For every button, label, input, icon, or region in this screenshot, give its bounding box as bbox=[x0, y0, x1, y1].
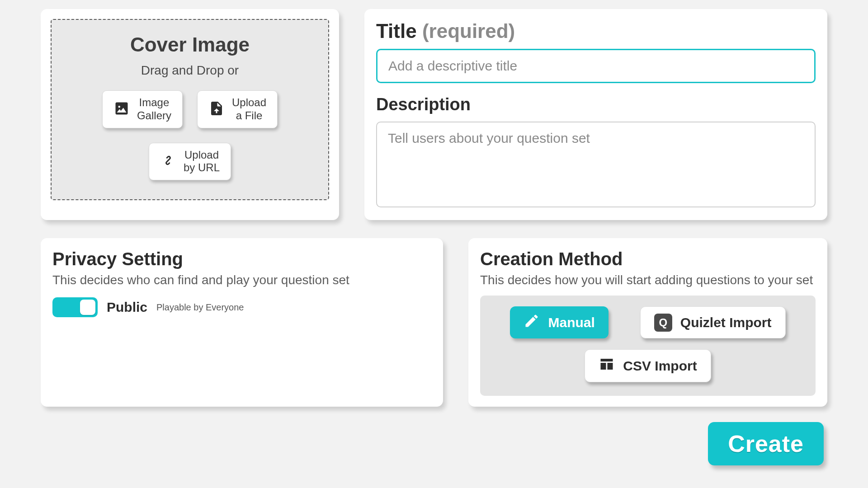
privacy-toggle[interactable] bbox=[52, 297, 98, 317]
edit-icon bbox=[524, 313, 540, 332]
image-icon bbox=[113, 100, 130, 118]
quizlet-import-option[interactable]: Q Quizlet Import bbox=[640, 306, 786, 338]
quizlet-icon: Q bbox=[654, 314, 672, 332]
image-gallery-label: Image Gallery bbox=[137, 96, 171, 122]
manual-label: Manual bbox=[548, 315, 594, 330]
creation-heading: Creation Method bbox=[480, 249, 816, 269]
link-icon bbox=[160, 152, 176, 170]
quizlet-label: Quizlet Import bbox=[680, 315, 772, 330]
cover-image-card: Cover Image Drag and Drop or Image Galle… bbox=[41, 9, 339, 220]
privacy-heading: Privacy Setting bbox=[52, 249, 431, 269]
title-required: (required) bbox=[422, 20, 515, 42]
creation-options-panel: Manual Q Quizlet Import CSV Import bbox=[480, 296, 816, 396]
csv-label: CSV Import bbox=[623, 358, 697, 374]
cover-subtitle: Drag and Drop or bbox=[61, 63, 319, 78]
create-button[interactable]: Create bbox=[708, 422, 824, 465]
table-icon bbox=[599, 356, 615, 375]
title-label: Title bbox=[376, 20, 417, 42]
description-input[interactable] bbox=[376, 122, 816, 207]
upload-url-button[interactable]: Upload by URL bbox=[149, 143, 231, 181]
privacy-subheading: This decides who can find and play your … bbox=[52, 273, 431, 287]
image-gallery-button[interactable]: Image Gallery bbox=[102, 90, 183, 128]
privacy-state-label: Public bbox=[107, 300, 147, 315]
privacy-state-sub: Playable by Everyone bbox=[156, 302, 244, 313]
privacy-toggle-row: Public Playable by Everyone bbox=[52, 297, 431, 317]
upload-file-label: Upload a File bbox=[232, 96, 266, 122]
file-upload-icon bbox=[208, 100, 225, 118]
title-input[interactable] bbox=[376, 49, 816, 83]
title-heading: Title (required) bbox=[376, 20, 816, 42]
privacy-card: Privacy Setting This decides who can fin… bbox=[41, 238, 443, 407]
creation-subheading: This decides how you will start adding q… bbox=[480, 273, 816, 287]
creation-method-card: Creation Method This decides how you wil… bbox=[468, 238, 827, 407]
csv-import-option[interactable]: CSV Import bbox=[585, 349, 711, 382]
upload-button-row: Image Gallery Upload a File Upload by UR… bbox=[61, 90, 319, 180]
cover-title: Cover Image bbox=[61, 33, 319, 56]
manual-option[interactable]: Manual bbox=[510, 306, 608, 338]
toggle-knob bbox=[80, 300, 95, 315]
upload-file-button[interactable]: Upload a File bbox=[197, 90, 278, 128]
cover-dropzone[interactable]: Cover Image Drag and Drop or Image Galle… bbox=[51, 19, 329, 200]
upload-url-label: Upload by URL bbox=[184, 149, 220, 175]
title-description-card: Title (required) Description bbox=[364, 9, 827, 220]
description-heading: Description bbox=[376, 95, 816, 114]
